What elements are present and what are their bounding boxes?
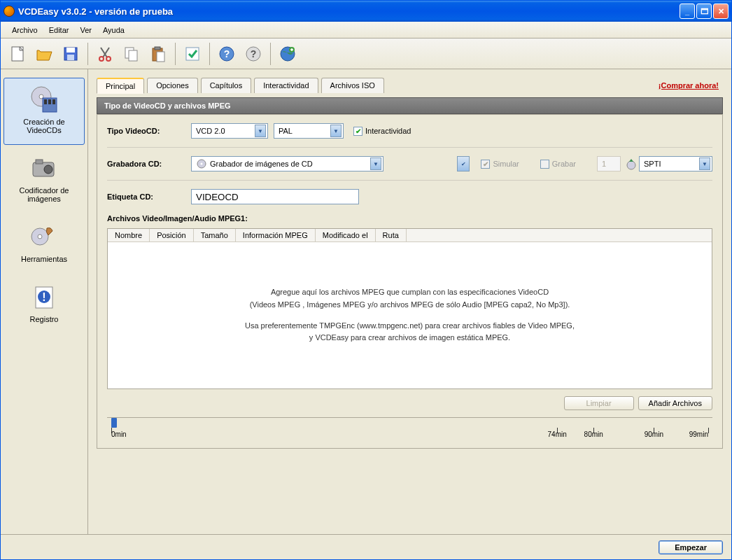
svg-rect-10 <box>157 52 164 62</box>
file-list-empty[interactable]: Agregue aquí los archivos MPEG que cumpl… <box>108 242 712 388</box>
timeline-label: 99min <box>689 430 708 438</box>
record-label: Grabar <box>552 160 576 168</box>
section-header: Tipo de VideoCD y archivos MPEG <box>97 97 723 114</box>
interactividad-checkbox[interactable]: ✔ <box>353 127 363 136</box>
web-button[interactable] <box>275 41 300 66</box>
svg-rect-22 <box>48 99 51 104</box>
sidebar-item-label: Codificador de imágenes <box>7 186 81 203</box>
simulate-label: Simular <box>493 160 519 168</box>
sidebar-item-label: Registro <box>30 315 59 323</box>
timeline-label: 74min <box>548 430 567 438</box>
new-button[interactable] <box>5 41 30 66</box>
svg-rect-3 <box>67 55 74 60</box>
menu-view[interactable]: Ver <box>74 24 97 36</box>
copy-button[interactable] <box>119 41 144 66</box>
menu-edit[interactable]: Editar <box>43 24 75 36</box>
file-list-header: Nombre Posición Tamaño Información MPEG … <box>108 229 712 242</box>
svg-point-28 <box>38 234 42 239</box>
app-icon <box>3 6 15 17</box>
type-label: Tipo VideoCD: <box>107 127 191 135</box>
register-icon: ! <box>30 283 58 311</box>
menubar: Archivo Editar Ver Ayuda <box>1 22 731 38</box>
sidebar-item-tools[interactable]: Herramientas <box>3 215 85 274</box>
tab-opciones[interactable]: Opciones <box>147 78 197 93</box>
tab-capitulos[interactable]: Capítulos <box>201 78 251 93</box>
help-button[interactable]: ? <box>214 41 239 66</box>
svg-rect-2 <box>66 48 75 52</box>
sidebar-item-encoder[interactable]: Codificador de imágenes <box>3 146 85 214</box>
tabs: Principal Opciones Capítulos Interactivi… <box>97 78 384 93</box>
window-title: VCDEasy v3.0.2 - versión de prueba <box>18 6 680 17</box>
svg-text:?: ? <box>251 48 257 59</box>
camera-icon <box>30 154 58 182</box>
recorder-select[interactable]: Grabador de imágenes de CD▼ <box>191 156 383 172</box>
cut-button[interactable] <box>92 41 118 66</box>
menu-file[interactable]: Archivo <box>6 24 43 36</box>
svg-rect-21 <box>44 99 47 104</box>
etiqueta-input[interactable] <box>191 189 359 204</box>
format-select[interactable]: PAL▼ <box>274 123 344 139</box>
minimize-button[interactable]: _ <box>680 4 695 19</box>
sidebar-item-register[interactable]: ! Registro <box>3 275 85 334</box>
check-button[interactable] <box>180 41 205 66</box>
toolbar: ? ? <box>1 38 731 69</box>
col-nombre[interactable]: Nombre <box>108 229 150 241</box>
interactividad-label: Interactividad <box>365 127 411 135</box>
disc-icon <box>30 85 58 113</box>
svg-point-5 <box>106 57 111 61</box>
tab-iso[interactable]: Archivos ISO <box>321 78 384 93</box>
open-button[interactable] <box>31 41 57 66</box>
sidebar-item-videocds[interactable]: Creación de VideoCDs <box>3 78 85 145</box>
recorder-label: Grabadora CD: <box>107 160 191 168</box>
close-button[interactable]: ✕ <box>713 4 729 19</box>
sidebar-item-label: Herramientas <box>21 255 67 263</box>
copies-spinner: 1 <box>597 156 621 172</box>
svg-point-25 <box>44 165 52 174</box>
svg-rect-26 <box>36 160 43 164</box>
svg-rect-23 <box>52 99 55 104</box>
tools-icon <box>30 223 58 251</box>
buy-link[interactable]: ¡Comprar ahora! <box>659 81 719 90</box>
file-list: Nombre Posición Tamaño Información MPEG … <box>107 228 712 389</box>
svg-point-4 <box>99 57 104 61</box>
about-button[interactable]: ? <box>241 41 266 66</box>
svg-point-33 <box>201 163 203 165</box>
disc-small-icon <box>196 158 207 169</box>
clear-button[interactable]: Limpiar <box>564 396 634 410</box>
timeline-label: 0min <box>111 430 127 438</box>
vcd-type-select[interactable]: VCD 2.0▼ <box>191 123 268 139</box>
files-title: Archivos Video/Imagen/Audio MPEG1: <box>107 214 712 223</box>
svg-rect-11 <box>186 48 199 60</box>
timeline-handle[interactable] <box>111 418 117 428</box>
tab-interactividad[interactable]: Interactividad <box>254 78 318 93</box>
svg-text:!: ! <box>42 291 45 303</box>
save-button[interactable] <box>58 41 83 66</box>
footer: Empezar <box>1 534 731 559</box>
simulate-checkbox: ✔ <box>481 160 490 169</box>
burn-icon <box>625 158 636 169</box>
svg-point-34 <box>627 161 635 169</box>
col-ruta[interactable]: Ruta <box>376 229 407 241</box>
menu-help[interactable]: Ayuda <box>97 24 130 36</box>
titlebar: VCDEasy v3.0.2 - versión de prueba _ 🗖 ✕ <box>1 1 731 22</box>
col-mpeg[interactable]: Información MPEG <box>236 229 316 241</box>
svg-rect-9 <box>155 47 160 50</box>
maximize-button[interactable]: 🗖 <box>696 4 712 19</box>
timeline[interactable]: 0min74min80min90min99min <box>107 417 712 440</box>
col-tamano[interactable]: Tamaño <box>194 229 236 241</box>
timeline-label: 90min <box>645 430 663 438</box>
svg-text:?: ? <box>224 48 230 59</box>
start-button[interactable]: Empezar <box>659 540 723 554</box>
svg-rect-7 <box>129 50 137 61</box>
tab-principal[interactable]: Principal <box>97 78 144 94</box>
recorder-check-button[interactable]: ✔ <box>457 156 470 172</box>
etiqueta-label: Etiqueta CD: <box>107 192 191 201</box>
add-files-button[interactable]: Añadir Archivos <box>638 396 712 410</box>
record-checkbox <box>540 160 549 169</box>
sidebar-item-label: Creación de VideoCDs <box>7 118 81 134</box>
paste-button[interactable] <box>146 41 171 66</box>
col-modificado[interactable]: Modificado el <box>316 229 376 241</box>
timeline-label: 80min <box>584 430 603 438</box>
col-posicion[interactable]: Posición <box>150 229 194 241</box>
interface-select[interactable]: SPTI▼ <box>639 156 712 172</box>
